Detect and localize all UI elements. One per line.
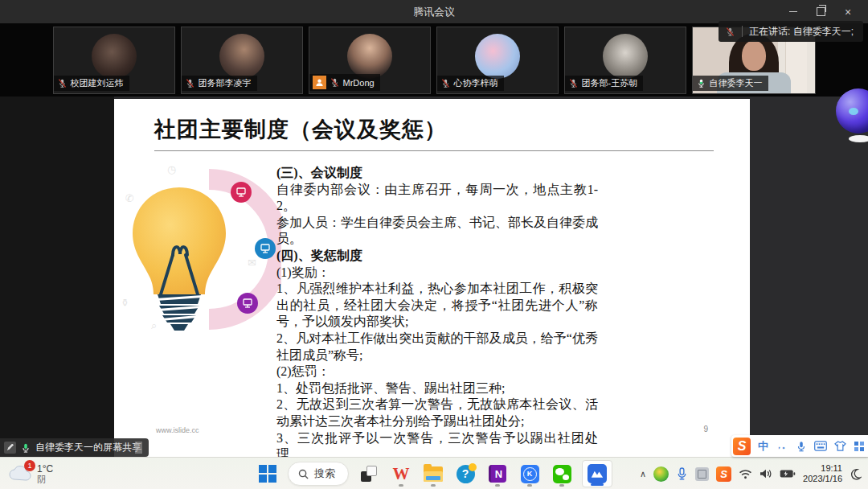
night-mode-moon-icon[interactable]	[850, 468, 862, 480]
minimize-icon	[789, 11, 797, 12]
ime-skin-icon[interactable]	[834, 441, 846, 451]
file-explorer-button[interactable]	[421, 460, 445, 487]
slide-title-rule	[154, 150, 714, 151]
tencent-meeting-button[interactable]	[582, 460, 612, 487]
start-button[interactable]	[256, 460, 280, 487]
mic-muted-icon	[568, 78, 579, 88]
minimize-button[interactable]	[780, 0, 807, 23]
speaking-banner-text: 正在讲话: 自律委李天一;	[749, 25, 854, 39]
k-app-button[interactable]: K	[518, 460, 542, 487]
wechat-button[interactable]	[550, 460, 574, 487]
slide-paragraph: 2、无故迟到三次者算一次警告，无故缺席本社会议、活动累计达三次者本社分别给予踢出…	[276, 397, 598, 429]
window-controls: ×	[780, 0, 862, 23]
tray-overflow-chevron-icon[interactable]: ∧	[640, 469, 646, 479]
annotate-pen-icon	[4, 442, 16, 454]
search-box[interactable]: 搜索	[288, 462, 349, 486]
battery-icon[interactable]	[780, 469, 796, 479]
restore-button[interactable]	[807, 0, 834, 23]
divider	[742, 26, 743, 37]
notification-badge: 1	[24, 460, 35, 471]
participant-name-label: 团务部-王苏朝	[565, 76, 644, 91]
slide-page-number: 9	[703, 425, 708, 434]
ime-toolbox-icon[interactable]	[854, 441, 865, 452]
slide-paragraph: 1、处罚包括批评、警告、踢出社团三种;	[276, 380, 598, 397]
ime-toolbar[interactable]: S 中 ，。	[731, 435, 868, 457]
ime-keyboard-icon[interactable]	[814, 441, 827, 451]
orb-highlight	[849, 108, 858, 115]
orb-shadow	[849, 135, 868, 142]
ime-language-toggle[interactable]: 中	[758, 439, 768, 454]
microphone-tray-icon[interactable]	[676, 467, 688, 480]
participant-name: 团务部-王苏朝	[582, 77, 638, 89]
weather-temperature: 1°C	[37, 463, 53, 475]
running-indicator	[495, 484, 500, 487]
doodle-trophy-icon: ⚱	[121, 297, 129, 309]
sogou-logo-icon[interactable]: S	[733, 438, 751, 455]
speaking-banner: 正在讲话: 自律委李天一;	[719, 21, 863, 42]
restore-icon	[817, 7, 825, 16]
participant-tile[interactable]: 团务部-王苏朝	[564, 27, 686, 94]
participant-name-label: 校团建刘运炜	[54, 76, 129, 91]
avatar	[219, 34, 264, 79]
participant-tile[interactable]: 校团建刘运炜	[53, 27, 175, 94]
doodle-clock-icon: ◷	[167, 163, 176, 175]
lightbulb-svg	[119, 162, 281, 332]
mic-active-icon	[20, 442, 31, 454]
avatar	[92, 34, 137, 79]
slide-paragraph: (三)、会议制度	[276, 165, 598, 182]
participant-tile[interactable]: 团务部李凌宇	[181, 27, 303, 94]
mic-muted-icon	[185, 78, 195, 88]
weather-condition: 阴	[37, 475, 53, 485]
task-view-button[interactable]	[357, 460, 381, 487]
lightbulb-graphic: ✆ ◷ ✉ ⚱ ⌕	[119, 162, 281, 332]
file-explorer-icon	[424, 466, 443, 482]
wps-office-button[interactable]: W	[389, 460, 413, 487]
screen-share-label: 自律委李天一的屏幕共享	[35, 441, 141, 454]
participant-name: 自律委李天一	[710, 77, 763, 89]
participant-name-label: 心协李梓萌	[437, 76, 504, 91]
task-view-icon	[361, 466, 377, 482]
active-indicator	[591, 483, 604, 486]
projection-tray-icon[interactable]	[695, 467, 709, 481]
host-badge-icon	[313, 76, 326, 89]
slide-paragraph: 2、凡对本社工作做出突出贡献的干部及成员，给予“优秀社团成员”称号;	[276, 331, 598, 364]
avatar	[347, 34, 392, 79]
antivirus-tray-icon[interactable]	[653, 466, 669, 482]
participant-name: 心协李梓萌	[454, 77, 498, 89]
shared-screen-left-margin	[0, 97, 114, 457]
search-label: 搜索	[314, 466, 335, 481]
onenote-button[interactable]: N	[485, 460, 510, 487]
participant-tile[interactable]: 心协李梓萌	[436, 27, 559, 94]
avatar	[475, 34, 520, 79]
screen: 腾讯会议 × 校团建刘运炜 团务部李凌宇	[0, 0, 868, 489]
slide-title: 社团主要制度（会议及奖惩）	[154, 115, 447, 144]
participant-tile[interactable]: MrDong	[309, 27, 431, 94]
mic-active-icon	[696, 78, 706, 88]
running-indicator	[399, 484, 403, 487]
weather-cloud-icon: 1	[8, 463, 32, 484]
weather-widget[interactable]: 1 1°C 阴	[8, 460, 53, 487]
wifi-icon[interactable]	[739, 469, 752, 479]
slide-paragraph: 1、凡强烈维护本社利益，热心参加本社团工作，积极突出的社员，经社团大会决定，将授…	[276, 281, 598, 331]
ime-punctuation-toggle[interactable]: ，。	[776, 441, 788, 451]
running-indicator	[559, 484, 564, 487]
participant-name: MrDong	[343, 78, 375, 88]
sogou-tray-icon[interactable]: S	[716, 466, 731, 482]
avatar	[603, 34, 648, 79]
mic-muted-icon[interactable]	[725, 27, 735, 37]
window-title: 腾讯会议	[0, 0, 868, 23]
mic-muted-icon	[330, 77, 340, 88]
ime-voice-icon[interactable]	[796, 441, 807, 452]
mic-muted-icon	[57, 78, 68, 88]
slide-paragraph: (1)奖励：	[276, 265, 598, 281]
screen-share-indicator[interactable]: 自律委李天一的屏幕共享	[0, 438, 149, 457]
windows-logo-icon	[259, 465, 276, 483]
question-app-button[interactable]: ?	[453, 460, 477, 487]
close-button[interactable]: ×	[834, 0, 862, 23]
tencent-meeting-icon	[588, 464, 607, 483]
yellow-dot	[469, 463, 477, 471]
doodle-search-icon: ⌕	[151, 319, 157, 332]
taskbar-clock[interactable]: 19:11 2023/1/16	[803, 463, 842, 484]
volume-icon[interactable]	[760, 468, 772, 479]
window-titlebar: 腾讯会议 ×	[0, 0, 868, 23]
